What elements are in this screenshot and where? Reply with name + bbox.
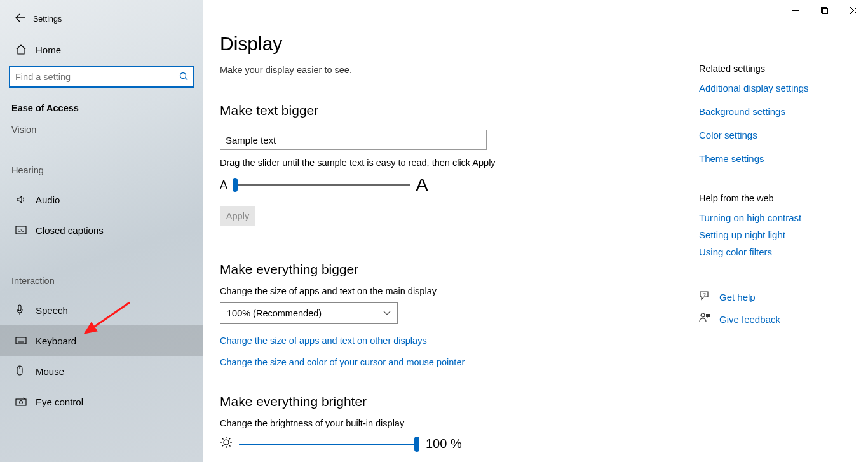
scale-dropdown[interactable]: 100% (Recommended) bbox=[220, 302, 398, 324]
link-color-settings[interactable]: Color settings bbox=[699, 130, 855, 140]
svg-line-22 bbox=[229, 445, 231, 447]
apply-button[interactable]: Apply bbox=[220, 206, 255, 226]
sidebar-item-closed-captions[interactable]: CC Closed captions bbox=[0, 215, 203, 245]
svg-rect-5 bbox=[16, 337, 26, 344]
help-icon: ? bbox=[699, 290, 715, 303]
sidebar-item-label: Mouse bbox=[36, 366, 64, 377]
mic-icon bbox=[15, 304, 29, 316]
search-input-wrap[interactable] bbox=[9, 66, 194, 88]
svg-line-1 bbox=[186, 78, 188, 80]
link-color-filters[interactable]: Using color filters bbox=[699, 247, 855, 257]
sun-icon bbox=[220, 436, 233, 452]
sidebar-item-home[interactable]: Home bbox=[0, 36, 203, 64]
slider-thumb[interactable] bbox=[233, 178, 238, 192]
get-help-label: Get help bbox=[719, 292, 756, 302]
brightness-slider[interactable] bbox=[239, 444, 417, 445]
sidebar-item-label: Keyboard bbox=[36, 336, 76, 346]
svg-line-24 bbox=[222, 445, 224, 447]
link-night-light[interactable]: Setting up night light bbox=[699, 229, 855, 240]
give-feedback-label: Give feedback bbox=[719, 314, 780, 325]
cc-icon: CC bbox=[15, 226, 29, 234]
feedback-icon bbox=[699, 312, 715, 326]
close-button[interactable] bbox=[839, 0, 868, 20]
svg-text:?: ? bbox=[703, 292, 707, 297]
rail-heading-related: Related settings bbox=[699, 64, 855, 74]
sidebar-item-keyboard[interactable]: Keyboard bbox=[0, 325, 203, 356]
audio-icon bbox=[15, 194, 29, 205]
sample-text-preview: Sample text bbox=[220, 130, 487, 150]
mouse-icon bbox=[15, 365, 29, 377]
sidebar-item-speech[interactable]: Speech bbox=[0, 295, 203, 325]
svg-rect-13 bbox=[16, 399, 26, 405]
small-a-label: A bbox=[220, 179, 227, 192]
app-title: Settings bbox=[33, 15, 62, 24]
give-feedback-action[interactable]: Give feedback bbox=[699, 312, 855, 326]
rail-heading-help: Help from the web bbox=[699, 193, 855, 203]
link-high-contrast[interactable]: Turning on high contrast bbox=[699, 212, 855, 223]
keyboard-icon bbox=[15, 337, 29, 344]
text-size-slider[interactable] bbox=[233, 184, 410, 186]
link-additional-display[interactable]: Additional display settings bbox=[699, 83, 855, 93]
big-a-label: A bbox=[416, 174, 428, 196]
sidebar: Settings Home Ease of Access Vision Hear… bbox=[0, 0, 203, 462]
sidebar-item-audio[interactable]: Audio bbox=[0, 184, 203, 215]
sidebar-item-label: Speech bbox=[36, 305, 68, 316]
svg-point-14 bbox=[20, 401, 23, 404]
search-input[interactable] bbox=[15, 72, 179, 82]
svg-line-21 bbox=[222, 438, 224, 440]
chevron-down-icon bbox=[383, 309, 391, 318]
eye-icon bbox=[15, 397, 29, 406]
minimize-button[interactable] bbox=[780, 0, 810, 20]
back-button[interactable] bbox=[11, 13, 29, 25]
category-label: Ease of Access bbox=[0, 88, 203, 113]
home-icon bbox=[15, 44, 29, 55]
subcategory-hearing: Hearing bbox=[0, 154, 203, 175]
svg-point-16 bbox=[224, 440, 229, 445]
svg-text:CC: CC bbox=[18, 228, 24, 233]
link-theme-settings[interactable]: Theme settings bbox=[699, 153, 855, 164]
svg-point-26 bbox=[701, 313, 705, 317]
get-help-action[interactable]: ? Get help bbox=[699, 290, 855, 303]
svg-line-23 bbox=[229, 438, 231, 440]
svg-rect-29 bbox=[822, 8, 827, 13]
dropdown-value: 100% (Recommended) bbox=[227, 308, 322, 318]
link-background-settings[interactable]: Background settings bbox=[699, 106, 855, 117]
subcategory-vision: Vision bbox=[0, 113, 203, 135]
slider-thumb[interactable] bbox=[414, 437, 419, 452]
maximize-button[interactable] bbox=[810, 0, 839, 20]
search-icon bbox=[179, 72, 188, 83]
subcategory-interaction: Interaction bbox=[0, 264, 203, 286]
svg-rect-4 bbox=[18, 305, 21, 311]
right-rail: Related settings Additional display sett… bbox=[699, 0, 868, 462]
sidebar-item-label: Audio bbox=[36, 194, 60, 205]
brightness-value: 100 % bbox=[426, 437, 462, 451]
window-controls bbox=[780, 0, 868, 20]
sidebar-item-mouse[interactable]: Mouse bbox=[0, 356, 203, 386]
sidebar-item-eye-control[interactable]: Eye control bbox=[0, 386, 203, 417]
sidebar-item-label: Closed captions bbox=[36, 225, 104, 236]
sidebar-item-label: Eye control bbox=[36, 397, 83, 407]
home-label: Home bbox=[36, 44, 61, 55]
svg-point-0 bbox=[180, 72, 186, 78]
